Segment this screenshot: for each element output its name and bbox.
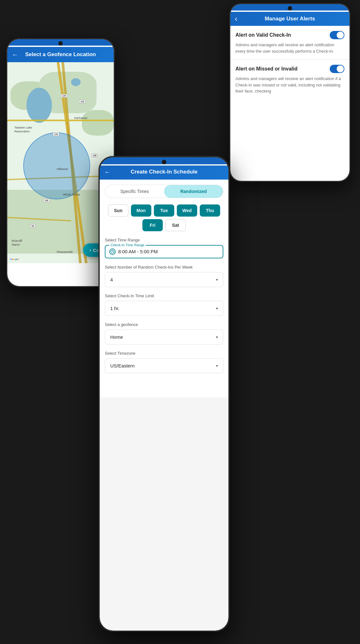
clock-icon — [109, 248, 116, 255]
timezone-value: US/Eastern — [110, 363, 135, 368]
random-checkins-arrow-icon: ▾ — [216, 278, 218, 282]
day-thu[interactable]: Thu — [200, 204, 220, 217]
random-checkins-dropdown[interactable]: 4 ▾ — [105, 272, 223, 287]
notch-schedule — [162, 160, 166, 164]
geofence-header: ← Select a Geofence Location — [7, 47, 114, 62]
route-139: 139 — [91, 154, 98, 157]
alert2-title: Alert on Missed or Invalid — [235, 66, 330, 72]
day-sun[interactable]: Sun — [108, 204, 128, 217]
time-range-field[interactable]: Check-In Time Range 8:00 AM - 5:00 PM — [105, 245, 223, 258]
day-wed[interactable]: Wed — [177, 204, 197, 217]
day-sat[interactable]: Sat — [165, 219, 186, 231]
days-selector: Sun Mon Tue Wed Thu Fri Sat — [105, 204, 223, 231]
alert2-description: Admins and managers will receive an aler… — [235, 76, 344, 94]
alert-valid-checkin-section: Alert on Valid Check-In Admins and manag… — [230, 26, 349, 60]
time-limit-label: Select Check-In Time Limit — [105, 293, 223, 298]
map-label-millwood: Millwood — [57, 167, 68, 171]
timezone-dropdown[interactable]: US/Eastern ▾ — [105, 358, 223, 373]
route-9a: 9A — [30, 224, 36, 228]
geofence-label: Select a geofence — [105, 322, 223, 327]
route-129: 129 — [61, 94, 67, 98]
alert1-toggle[interactable] — [330, 31, 344, 39]
route-100: 100 — [43, 199, 50, 202]
timezone-arrow-icon: ▾ — [216, 364, 218, 368]
map-label-wholefoods: Whole Foods — [63, 193, 80, 196]
time-limit-arrow-icon: ▾ — [216, 306, 218, 311]
tab-specific-times[interactable]: Specific Times — [105, 185, 164, 198]
map-label-kitchawan: Kitchawan — [74, 116, 88, 120]
map-label-pleasantville: Pleasantville — [57, 250, 73, 254]
time-range-field-label: Check-In Time Range — [109, 243, 146, 247]
day-fri[interactable]: Fri — [142, 219, 163, 231]
random-checkins-section: Select Number of Random Check-Ins Per We… — [105, 265, 223, 287]
alerts-title: Manage User Alerts — [235, 16, 344, 22]
notch-alerts — [288, 6, 292, 11]
time-limit-dropdown[interactable]: 1 hr. ▾ — [105, 301, 223, 316]
phone-geofence: ← Select a Geofence Location Teatown Lak… — [6, 38, 115, 287]
time-range-value: 8:00 AM - 5:00 PM — [118, 249, 158, 254]
route-118: 118 — [79, 100, 85, 103]
alerts-back-arrow[interactable]: ‹ — [235, 14, 237, 23]
time-range-label: Select Time Range — [105, 238, 223, 242]
map-label-briarcliff: BriarcliffManor — [12, 239, 22, 247]
tab-randomized[interactable]: Randomized — [164, 185, 223, 198]
geofence-section: Select a geofence Home ▾ — [105, 322, 223, 344]
timezone-label: Select Timezone — [105, 351, 223, 356]
time-limit-section: Select Check-In Time Limit 1 hr. ▾ — [105, 293, 223, 316]
geofence-value: Home — [110, 334, 123, 340]
phone-schedule: ← Create Check-In Schedule Specific Time… — [99, 156, 229, 632]
timezone-section: Select Timezone US/Eastern ▾ — [105, 351, 223, 373]
random-checkins-value: 4 — [110, 277, 113, 282]
schedule-back-arrow[interactable]: ← — [104, 168, 111, 176]
time-limit-value: 1 hr. — [110, 306, 119, 311]
random-checkins-label: Select Number of Random Check-Ins Per We… — [105, 265, 223, 270]
schedule-tabs: Specific Times Randomized — [105, 185, 223, 198]
alert1-title: Alert on Valid Check-In — [235, 32, 330, 38]
schedule-title: Create Check-In Schedule — [105, 169, 223, 175]
route-134: 134 — [53, 132, 59, 136]
geofence-back-arrow[interactable]: ← — [12, 51, 18, 58]
phone-alerts: ‹ Manage User Alerts Alert on Valid Chec… — [229, 3, 350, 182]
alert1-description: Admins and managers will receive an aler… — [235, 42, 344, 54]
geofence-circle — [23, 132, 90, 199]
day-mon[interactable]: Mon — [131, 204, 151, 217]
geofence-title: Select a Geofence Location — [12, 51, 109, 58]
alert2-toggle[interactable] — [330, 65, 344, 73]
notch-geofence — [58, 41, 63, 46]
map-view[interactable]: Teatown LakeReservation Kitchawan Millwo… — [7, 62, 114, 263]
day-tue[interactable]: Tue — [154, 204, 174, 217]
map-label-teatown: Teatown LakeReservation — [14, 126, 32, 133]
alerts-header: ‹ Manage User Alerts — [230, 12, 349, 26]
geofence-arrow-icon: ▾ — [216, 335, 218, 339]
alert-missed-section: Alert on Missed or Invalid Admins and ma… — [230, 60, 349, 100]
geofence-dropdown[interactable]: Home ▾ — [105, 329, 223, 344]
google-badge: Google — [10, 258, 19, 261]
schedule-header: ← Create Check-In Schedule — [100, 166, 228, 180]
